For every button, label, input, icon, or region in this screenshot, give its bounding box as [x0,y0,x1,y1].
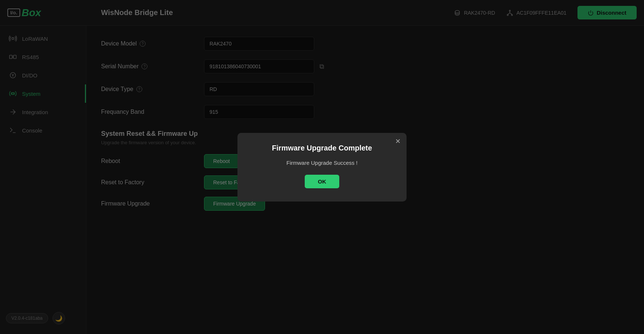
modal-title: Firmware Upgrade Complete [251,144,393,152]
modal-overlay[interactable]: ✕ Firmware Upgrade Complete Firmware Upg… [0,0,644,334]
modal-ok-button[interactable]: OK [305,175,340,188]
modal-close-button[interactable]: ✕ [395,137,401,145]
modal-message: Firmware Upgrade Success ! [251,160,393,166]
firmware-upgrade-modal: ✕ Firmware Upgrade Complete Firmware Upg… [237,133,407,202]
